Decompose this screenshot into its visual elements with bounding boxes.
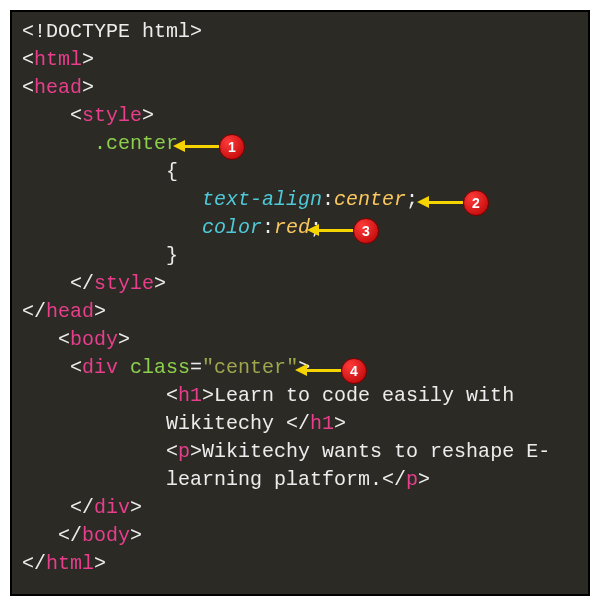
punct: </ bbox=[382, 468, 406, 491]
css-value: center bbox=[334, 188, 406, 211]
punct: > bbox=[130, 496, 142, 519]
semi: ; bbox=[406, 188, 418, 211]
punct: > bbox=[94, 552, 106, 575]
punct: > bbox=[154, 272, 166, 295]
colon: : bbox=[262, 216, 274, 239]
image-frame: <!DOCTYPE html> <html> <head> <style> .c… bbox=[0, 0, 600, 606]
tag-body-close: body bbox=[82, 524, 130, 547]
tag-html: html bbox=[34, 48, 82, 71]
punct: </ bbox=[70, 496, 94, 519]
punct: > bbox=[142, 104, 154, 127]
tag-body: body bbox=[70, 328, 118, 351]
punct: > bbox=[190, 440, 202, 463]
css-selector: .center bbox=[94, 132, 178, 155]
punct: > bbox=[82, 48, 94, 71]
tag-head-close: head bbox=[46, 300, 94, 323]
quote: " bbox=[286, 356, 298, 379]
text: Learn to code easily with bbox=[214, 384, 514, 407]
punct: < bbox=[22, 76, 34, 99]
punct: </ bbox=[22, 300, 46, 323]
punct: </ bbox=[70, 272, 94, 295]
punct: < bbox=[70, 104, 82, 127]
punct: > bbox=[334, 412, 346, 435]
text: Wikitechy bbox=[166, 412, 286, 435]
tag-div-close: div bbox=[94, 496, 130, 519]
tag-style-close: style bbox=[94, 272, 154, 295]
semi: ; bbox=[310, 216, 322, 239]
punct: > bbox=[82, 76, 94, 99]
css-property: text-align bbox=[202, 188, 322, 211]
code-editor-panel: <!DOCTYPE html> <html> <head> <style> .c… bbox=[10, 10, 590, 596]
tag-h1: h1 bbox=[178, 384, 202, 407]
punct: </ bbox=[58, 524, 82, 547]
brace: { bbox=[166, 160, 178, 183]
css-value: red bbox=[274, 216, 310, 239]
punct: < bbox=[22, 48, 34, 71]
eq: = bbox=[190, 356, 202, 379]
text: learning platform. bbox=[166, 468, 382, 491]
punct: > bbox=[130, 524, 142, 547]
punct: < bbox=[166, 440, 178, 463]
punct: < bbox=[70, 356, 82, 379]
attr-class: class bbox=[130, 356, 190, 379]
quote: " bbox=[202, 356, 214, 379]
punct: > bbox=[202, 384, 214, 407]
punct: < bbox=[58, 328, 70, 351]
tag-head: head bbox=[34, 76, 82, 99]
tag-p: p bbox=[178, 440, 190, 463]
punct: < bbox=[166, 384, 178, 407]
tag-p-close: p bbox=[406, 468, 418, 491]
text: Wikitechy wants to reshape E- bbox=[202, 440, 550, 463]
punct: > bbox=[190, 20, 202, 43]
punct: > bbox=[94, 300, 106, 323]
doctype-text: DOCTYPE html bbox=[46, 20, 190, 43]
punct: <! bbox=[22, 20, 46, 43]
colon: : bbox=[322, 188, 334, 211]
punct: > bbox=[118, 328, 130, 351]
punct: </ bbox=[22, 552, 46, 575]
punct: > bbox=[418, 468, 430, 491]
css-property: color bbox=[202, 216, 262, 239]
brace: } bbox=[166, 244, 178, 267]
tag-h1-close: h1 bbox=[310, 412, 334, 435]
attr-value: center bbox=[214, 356, 286, 379]
punct: </ bbox=[286, 412, 310, 435]
punct: > bbox=[298, 356, 310, 379]
tag-html-close: html bbox=[46, 552, 94, 575]
tag-div: div bbox=[82, 356, 118, 379]
tag-style: style bbox=[82, 104, 142, 127]
